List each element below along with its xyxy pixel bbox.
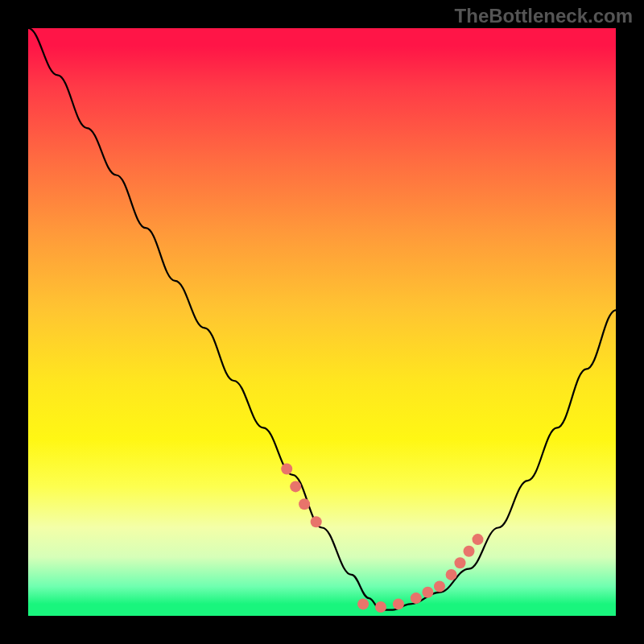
highlight-dot bbox=[473, 534, 484, 545]
highlight-dot bbox=[446, 569, 457, 580]
highlight-dot bbox=[434, 581, 445, 592]
highlight-dot bbox=[393, 598, 404, 609]
highlight-dot bbox=[357, 598, 369, 609]
highlight-dot bbox=[455, 557, 466, 568]
highlight-dot bbox=[290, 481, 301, 492]
highlight-dot bbox=[422, 587, 433, 598]
highlight-dot bbox=[411, 592, 422, 604]
bottleneck-curve bbox=[28, 28, 616, 610]
highlight-dot bbox=[299, 498, 310, 510]
highlight-dot bbox=[375, 601, 386, 613]
highlight-dot bbox=[311, 516, 322, 527]
plot-area bbox=[28, 28, 616, 616]
highlight-dots bbox=[281, 464, 483, 613]
chart-svg bbox=[28, 28, 616, 616]
watermark-text: TheBottleneck.com bbox=[455, 5, 633, 27]
highlight-dot bbox=[281, 464, 292, 475]
highlight-dot bbox=[464, 546, 475, 557]
